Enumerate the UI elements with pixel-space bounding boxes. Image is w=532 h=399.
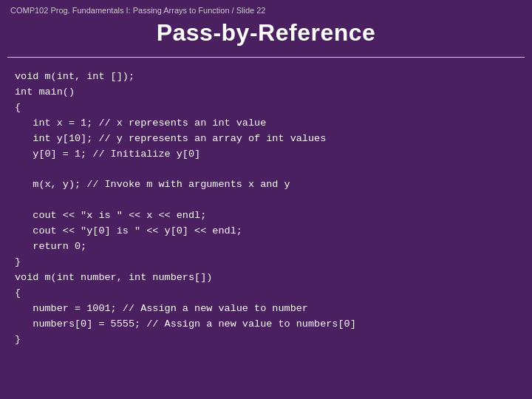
breadcrumb: COMP102 Prog. Fundamentals I: Passing Ar… [10,6,522,15]
slide-header: COMP102 Prog. Fundamentals I: Passing Ar… [0,0,532,57]
code-block: void m(int, int []); int main() { int x … [0,66,532,355]
slide-title: Pass-by-Reference [10,19,522,47]
divider [7,57,525,58]
